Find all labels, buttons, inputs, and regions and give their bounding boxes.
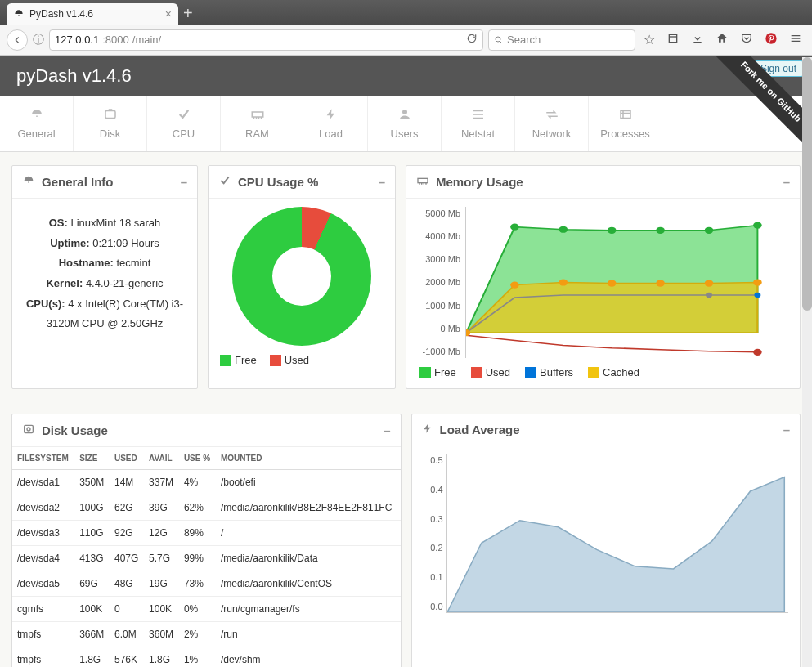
- svg-point-22: [706, 293, 712, 298]
- legend-item: Cached: [588, 366, 639, 378]
- memory-icon: [416, 174, 429, 190]
- library-icon[interactable]: [666, 32, 680, 47]
- panel-title: Load Average: [440, 423, 520, 436]
- svg-rect-8: [418, 178, 428, 182]
- tab-cpu[interactable]: CPU: [147, 96, 221, 151]
- panel-title: General Info: [42, 175, 114, 189]
- search-box[interactable]: Search: [488, 29, 635, 51]
- memory-chart: [465, 207, 790, 358]
- tab-title: PyDash v1.4.6: [29, 8, 93, 20]
- tab-load[interactable]: Load: [294, 96, 368, 151]
- bolt-icon: [422, 423, 433, 436]
- svg-point-18: [608, 280, 617, 286]
- table-row: /dev/sda569G48G19G73%/media/aaronkilik/C…: [12, 571, 401, 597]
- tab-disk[interactable]: Disk: [74, 96, 147, 151]
- panel-title: CPU Usage %: [238, 175, 318, 189]
- nav-icon: [445, 108, 511, 124]
- nav-icon: [77, 108, 143, 124]
- url-bar[interactable]: 127.0.0.1:8000/main/: [49, 29, 483, 51]
- minimize-icon[interactable]: –: [783, 423, 790, 436]
- close-tab-icon[interactable]: ×: [165, 7, 172, 20]
- legend-item: Buffers: [525, 366, 573, 378]
- svg-point-17: [559, 279, 568, 285]
- legend-item: Used: [471, 366, 510, 378]
- table-row: /dev/sda1350M14M337M4%/boot/efi: [12, 470, 401, 495]
- svg-point-13: [705, 227, 714, 234]
- legend-item: Free: [220, 354, 257, 366]
- tab-users[interactable]: Users: [368, 96, 442, 151]
- url-host: 127.0.0.1: [55, 34, 99, 46]
- cpu-usage-panel: CPU Usage % – FreeUsed: [208, 165, 396, 389]
- tab-general[interactable]: General: [0, 96, 74, 151]
- table-row: tmpfs366M6.0M360M2%/run: [12, 622, 401, 647]
- home-icon[interactable]: [716, 32, 729, 47]
- nav-icon: [150, 108, 217, 124]
- table-row: /dev/sda4413G407G5.7G99%/media/aaronkili…: [12, 546, 401, 571]
- legend-item: Used: [270, 354, 309, 366]
- svg-point-0: [496, 37, 500, 42]
- pinterest-icon[interactable]: [765, 32, 778, 47]
- table-row: /dev/sda2100G62G39G62%/media/aaronkilik/…: [12, 495, 401, 521]
- reload-icon[interactable]: [466, 33, 478, 47]
- new-tab-button[interactable]: +: [183, 4, 193, 23]
- download-icon[interactable]: [691, 32, 704, 47]
- tab-network[interactable]: Network: [515, 96, 589, 151]
- svg-rect-3: [105, 111, 115, 119]
- pocket-icon[interactable]: [740, 32, 753, 47]
- table-row: /dev/sda3110G92G12G89%/: [12, 521, 401, 546]
- svg-rect-4: [108, 109, 112, 110]
- svg-point-20: [705, 280, 714, 286]
- tab-netstat[interactable]: Netstat: [442, 96, 515, 151]
- memory-usage-panel: Memory Usage – 5000 Mb4000 Mb3000 Mb2000…: [406, 165, 801, 389]
- nav-icon: [298, 108, 364, 124]
- svg-point-12: [656, 227, 665, 234]
- back-button[interactable]: [7, 29, 28, 51]
- browser-tab[interactable]: PyDash v1.4.6 ×: [7, 3, 178, 25]
- nav-icon: [224, 108, 290, 124]
- svg-point-16: [510, 281, 519, 288]
- svg-point-11: [608, 227, 617, 234]
- svg-rect-5: [252, 112, 263, 117]
- svg-point-26: [27, 428, 30, 431]
- info-icon[interactable]: ⓘ: [33, 33, 44, 47]
- panel-title: Disk Usage: [42, 423, 108, 437]
- svg-point-10: [559, 226, 568, 233]
- nav-icon: [3, 108, 70, 124]
- main-nav: GeneralDiskCPURAMLoadUsersNetstatNetwork…: [0, 96, 812, 152]
- table-row: tmpfs1.8G576K1.8G1%/dev/shm: [12, 647, 401, 668]
- svg-point-23: [754, 293, 760, 298]
- table-row: cgmfs100K0100K0%/run/cgmanager/fs: [12, 597, 401, 622]
- svg-point-24: [753, 349, 762, 356]
- nav-icon: [592, 108, 658, 124]
- scroll-thumb[interactable]: [802, 57, 812, 311]
- svg-point-19: [656, 280, 665, 286]
- page-scrollbar[interactable]: [802, 57, 812, 667]
- tab-ram[interactable]: RAM: [221, 96, 294, 151]
- general-info-panel: General Info – OS: LinuxMint 18 sarah Up…: [11, 165, 198, 389]
- bookmark-star-icon[interactable]: ☆: [644, 32, 655, 47]
- page-title: pyDash v1.4.6: [16, 65, 132, 87]
- svg-point-6: [402, 110, 407, 114]
- minimize-icon[interactable]: –: [181, 175, 187, 189]
- disk-usage-panel: Disk Usage – FILESYSTEMSIZEUSEDAVAILUSE …: [11, 414, 402, 667]
- cpu-donut-chart: [232, 207, 371, 346]
- svg-point-14: [753, 222, 762, 229]
- disk-icon: [22, 423, 35, 438]
- panel-title: Memory Usage: [436, 175, 523, 189]
- signout-button[interactable]: Sign out: [753, 60, 804, 77]
- search-icon: [494, 35, 504, 45]
- svg-rect-1: [669, 34, 676, 42]
- svg-point-9: [510, 224, 519, 231]
- nav-icon: [518, 108, 585, 124]
- minimize-icon[interactable]: –: [783, 175, 790, 189]
- minimize-icon[interactable]: –: [379, 175, 385, 189]
- menu-icon[interactable]: [789, 32, 802, 47]
- load-chart: [446, 454, 789, 613]
- minimize-icon[interactable]: –: [384, 423, 390, 437]
- nav-icon: [371, 108, 437, 124]
- check-icon: [218, 174, 231, 190]
- tab-processes[interactable]: Processes: [589, 96, 662, 151]
- load-average-panel: Load Average – 0.50.40.30.20.10.0: [411, 414, 801, 667]
- svg-rect-25: [25, 425, 34, 432]
- dashboard-favicon: [13, 8, 25, 20]
